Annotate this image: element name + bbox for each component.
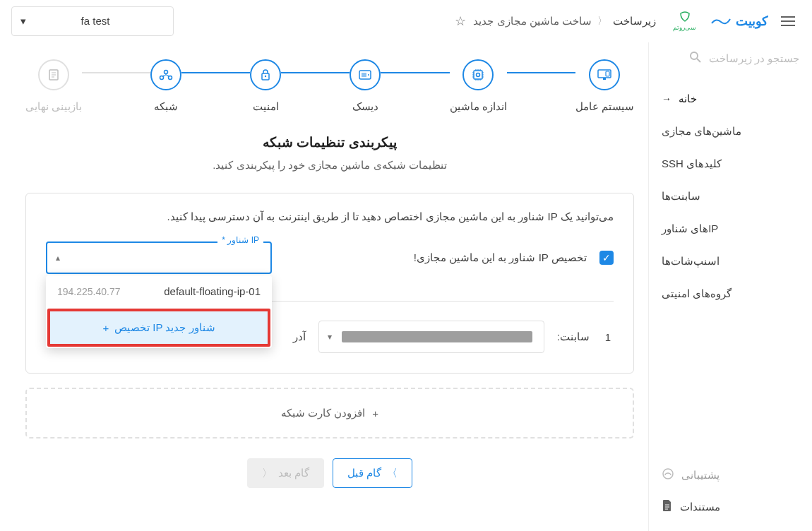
svg-point-10 — [265, 76, 266, 77]
breadcrumb-current: ساخت ماشین مجازی جدید — [473, 15, 592, 28]
subnet-select[interactable]: ▾ — [318, 321, 544, 353]
svg-rect-4 — [606, 71, 609, 76]
chevron-left-icon: 〈 — [262, 467, 273, 480]
next-step-button[interactable]: گام بعد 〈 — [247, 458, 324, 488]
plus-icon: + — [102, 322, 109, 334]
floating-ip-select[interactable]: ▴ — [46, 241, 272, 274]
subnet-value-redacted — [342, 331, 532, 342]
floating-ip-field-label: IP شناور * — [217, 235, 263, 245]
sidebar-home[interactable]: خانه → — [649, 83, 812, 115]
assign-floating-ip-label: تخصیص IP شناور به این ماشین مجازی! — [414, 251, 587, 264]
logo[interactable]: کوبیت — [710, 12, 768, 30]
prev-step-button[interactable]: 〉 گام قبل — [333, 458, 412, 488]
caret-down-icon: ▾ — [328, 332, 332, 342]
plus-icon: + — [372, 407, 378, 419]
floating-ip-option-name: default-floating-ip-01 — [164, 285, 261, 297]
floating-ip-hint: می‌توانید یک IP شناور به این ماشین مجازی… — [46, 210, 614, 223]
search-placeholder: جستجو در زیرساخت — [709, 52, 799, 65]
assign-floating-ip-checkbox[interactable]: ✓ — [599, 251, 614, 265]
floating-ip-dropdown: 194.225.40.77 default-floating-ip-01 + ت… — [46, 275, 272, 348]
step-size[interactable]: اندازه ماشین — [450, 59, 507, 113]
network-card: می‌توانید یک IP شناور به این ماشین مجازی… — [25, 193, 634, 374]
allocate-new-floating-ip[interactable]: + تخصیص IP شناور جدید — [47, 309, 270, 347]
sidebar-item-security-groups[interactable]: گروه‌های امنیتی — [649, 278, 798, 310]
breadcrumb-root[interactable]: زیرساخت — [613, 15, 656, 28]
sidebar-item-subnets[interactable]: سابنت‌ها — [649, 180, 798, 213]
support-icon — [662, 467, 674, 482]
svg-point-11 — [165, 71, 168, 74]
project-selected-value: fa test — [26, 15, 165, 27]
caret-down-icon: ▾ — [20, 15, 26, 28]
svg-point-1 — [663, 469, 673, 479]
search-icon — [689, 51, 702, 66]
svg-rect-5 — [474, 71, 482, 79]
sidebar-support[interactable]: پشتیبانی — [649, 459, 812, 491]
svg-point-6 — [477, 73, 480, 77]
svg-point-8 — [368, 74, 369, 76]
favorite-star-icon[interactable]: ☆ — [455, 13, 466, 29]
sidebar-item-ssh[interactable]: کلیدهای SSH — [649, 148, 798, 180]
add-network-card[interactable]: + افزودن کارت شبکه — [25, 388, 634, 438]
sidebar-search[interactable]: جستجو در زیرساخت — [649, 42, 812, 74]
partner-logo: سی‌روتم — [673, 10, 696, 32]
sidebar-item-floating-ips[interactable]: IPهای شناور — [649, 213, 798, 245]
stepper: سیستم عامل اندازه ماشین دیسک امنیت شبکه … — [25, 59, 634, 113]
sidebar-item-snapshots[interactable]: اسنپ‌شات‌ها — [649, 245, 798, 278]
caret-up-icon: ▴ — [56, 253, 60, 263]
step-disk[interactable]: دیسک — [350, 59, 381, 113]
step-os[interactable]: سیستم عامل — [575, 59, 634, 113]
logo-text: کوبیت — [736, 13, 768, 29]
step-network[interactable]: شبکه — [150, 59, 181, 113]
address-label: آدر — [293, 330, 306, 343]
svg-point-0 — [691, 52, 698, 59]
chevron-left-icon: 〈 — [597, 15, 607, 28]
project-select[interactable]: ▾ fa test — [11, 6, 174, 36]
hamburger-menu[interactable] — [775, 8, 801, 34]
step-review[interactable]: بازبینی نهایی — [25, 59, 82, 113]
chevron-right-icon: 〉 — [387, 467, 398, 480]
arrow-right-icon: → — [662, 93, 671, 105]
floating-ip-option[interactable]: 194.225.40.77 default-floating-ip-01 — [46, 275, 272, 307]
section-title: پیکربندی تنظیمات شبکه — [263, 134, 397, 150]
sidebar-home-label: خانه — [679, 93, 697, 105]
subnet-label: سابنت: — [557, 330, 590, 343]
sidebar-docs[interactable]: مستندات — [649, 491, 812, 523]
svg-rect-3 — [603, 78, 606, 80]
step-security[interactable]: امنیت — [250, 59, 281, 113]
document-icon — [662, 499, 673, 514]
sidebar-item-vms[interactable]: ماشین‌های مجازی — [649, 115, 798, 148]
floating-ip-option-ip: 194.225.40.77 — [57, 286, 121, 297]
logo-wave-icon — [710, 12, 732, 30]
subnet-index: 1 — [602, 331, 614, 343]
section-subtitle: تنظیمات شبکه‌ی ماشین مجازی خود را پیکربن… — [213, 159, 446, 172]
breadcrumb: زیرساخت 〈 ساخت ماشین مجازی جدید — [473, 15, 656, 28]
